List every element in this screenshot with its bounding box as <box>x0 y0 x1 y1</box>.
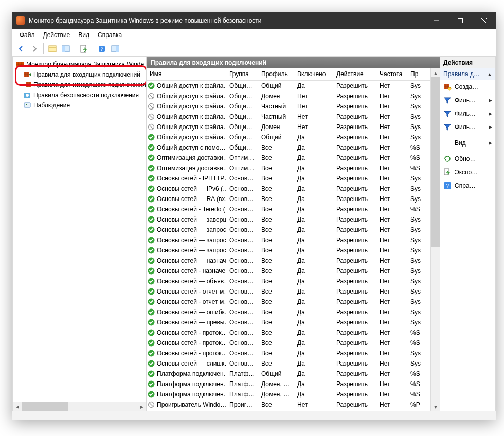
menu-action[interactable]: Действие <box>39 31 75 39</box>
nav-forward-button[interactable] <box>29 43 40 55</box>
rule-row[interactable]: Основы сетей — ошибк…Основы…ВсеДаРазреши… <box>147 307 430 317</box>
rule-enabled: Да <box>294 224 333 235</box>
rule-row[interactable]: Основы сетей — заверш…Основы…ВсеДаРазреш… <box>147 214 430 225</box>
rule-row[interactable]: Платформа подключен…Платфо…Домен, Ч…ДаРа… <box>147 389 430 399</box>
rule-profile: Все <box>258 337 294 349</box>
rule-row[interactable]: Основы сетей — запрос…Основы…ВсеДаРазреш… <box>147 245 430 256</box>
show-hide-action-pane-button[interactable] <box>110 43 121 55</box>
rule-row[interactable]: Общий доступ с помо…Общий …ВсеДаРазрешит… <box>147 142 430 153</box>
column-header-program[interactable]: Пр <box>407 68 425 80</box>
action-item[interactable]: ?Спра… <box>440 179 495 192</box>
nav-back-button[interactable] <box>15 43 27 55</box>
action-item[interactable]: Экспо… <box>440 166 495 179</box>
action-item[interactable]: Созда… <box>440 80 495 94</box>
rule-enabled: Да <box>294 337 333 349</box>
rule-row[interactable]: Основы сетей - назначе…Основы…ВсеДаРазре… <box>147 266 430 276</box>
scroll-thumb[interactable] <box>431 77 440 247</box>
help-button[interactable]: ? <box>96 43 107 55</box>
action-item[interactable]: Вид▶ <box>440 136 495 150</box>
action-item[interactable]: Филь…▶ <box>440 120 495 134</box>
actions-context-label: Правила д… <box>443 70 480 78</box>
rule-enabled-icon <box>148 298 155 305</box>
action-item[interactable]: Филь…▶ <box>440 107 495 120</box>
tree-item-connection-security[interactable]: Правила безопасности подключения <box>14 90 145 100</box>
rule-row[interactable]: Основы сетей - IPHTTP…Основы…ВсеДаРазреш… <box>147 173 430 184</box>
tree-root[interactable]: Монитор брандмачара Защитника Winde <box>14 59 145 69</box>
rule-row[interactable]: Основы сетей — превы…Основы…ВсеДаРазреши… <box>147 317 430 328</box>
rule-row[interactable]: Основы сетей - проток…Основы…ВсеДаРазреш… <box>147 338 430 348</box>
actions-context-title[interactable]: Правила д… ▲ <box>440 68 495 80</box>
column-header-enabled[interactable]: Включено <box>294 68 333 80</box>
rules-vertical-scrollbar[interactable]: ▴ ▾ <box>430 68 440 411</box>
rule-group: Платфо… <box>226 389 258 400</box>
rule-freq: Нет <box>376 245 407 256</box>
rule-row[interactable]: Основы сетей - отчет м…Основы…ВсеДаРазре… <box>147 297 430 307</box>
rule-row[interactable]: Общий доступ к файла…Общий …ОбщийДаРазре… <box>147 81 430 91</box>
action-item[interactable]: Филь…▶ <box>440 94 495 107</box>
tree-item-label: Правила для входящих подключений <box>33 71 140 78</box>
rule-row[interactable]: Общий доступ к файла…Общий …ЧастныйНетРа… <box>147 101 430 112</box>
rule-enabled-icon <box>148 319 155 326</box>
rule-action: Разрешить <box>333 142 376 153</box>
column-header-name[interactable]: Имя <box>147 68 226 80</box>
rule-row[interactable]: Общий доступ к файла…Общий …ОбщийДаРазре… <box>147 132 430 142</box>
rule-freq: Нет <box>376 327 407 338</box>
rule-enabled-icon <box>148 391 155 398</box>
rule-group: Общий … <box>226 90 258 102</box>
column-header-profile[interactable]: Профиль <box>258 68 294 80</box>
tree-item-inbound-rules[interactable]: Правила для входящих подключений <box>14 69 145 80</box>
minimize-button[interactable] <box>425 12 448 29</box>
rule-row[interactable]: Основы сетей — объяв…Основы…ВсеДаРазреши… <box>147 276 430 286</box>
connection-security-icon <box>23 91 31 99</box>
rule-row[interactable]: Оптимизация доставки…Оптими…ВсеДаРазреши… <box>147 163 430 173</box>
rule-row[interactable]: Основы сетей — запрос…Основы…ВсеДаРазреш… <box>147 235 430 245</box>
scroll-down-arrow[interactable]: ▾ <box>431 402 440 411</box>
rule-row[interactable]: Основы сетей — слишк…Основы…ВсеДаРазреши… <box>147 358 430 369</box>
scroll-thumb[interactable] <box>22 402 68 411</box>
column-header-group[interactable]: Группа <box>226 68 258 80</box>
rule-row[interactable]: Основы сетей — назнач…Основы…ВсеДаРазреш… <box>147 256 430 266</box>
rule-row[interactable]: Основы сетей — IPv6 (…Основы…ВсеДаРазреш… <box>147 184 430 194</box>
scroll-right-arrow[interactable]: ▸ <box>137 402 146 411</box>
menu-file[interactable]: Файл <box>15 31 39 39</box>
rule-group: Основы… <box>226 245 258 256</box>
column-header-freq[interactable]: Частота <box>376 68 407 80</box>
rule-row[interactable]: Основы сетей — запрос…Основы…ВсеДаРазреш… <box>147 225 430 235</box>
column-header-action[interactable]: Действие <box>333 68 376 80</box>
rule-row[interactable]: Проигрыватель Windo…Проигр…ВсеНетРазреши… <box>147 399 430 410</box>
export-list-button[interactable] <box>78 43 89 55</box>
tree-horizontal-scrollbar[interactable]: ◂ ▸ <box>13 402 146 411</box>
scroll-up-arrow[interactable]: ▴ <box>431 68 440 77</box>
rule-row[interactable]: Основы сетей - проток…Основы…ВсеДаРазреш… <box>147 328 430 338</box>
rule-row[interactable]: Основы сетей - проток…Основы…ВсеДаРазреш… <box>147 348 430 358</box>
console-tree[interactable]: Монитор брандмачара Защитника Winde Прав… <box>13 57 146 402</box>
scroll-track[interactable] <box>22 402 137 411</box>
show-hide-tree-button[interactable] <box>47 43 58 55</box>
properties-button[interactable] <box>60 43 71 55</box>
rule-profile: Все <box>258 152 294 164</box>
rule-row[interactable]: Основы сетей — RA (вх…Основы…ВсеДаРазреш… <box>147 194 430 204</box>
separator <box>440 135 495 135</box>
maximize-button[interactable] <box>448 12 472 29</box>
rule-enabled-icon <box>148 267 155 275</box>
action-item[interactable]: Обно… <box>440 152 495 166</box>
tree-item-outbound-rules[interactable]: Правила для исходящего подключения <box>14 80 145 90</box>
firewall-app-icon <box>16 16 25 25</box>
rule-group: Общий … <box>226 142 258 153</box>
menu-view[interactable]: Вид <box>74 31 94 39</box>
rule-row[interactable]: Общий доступ к файла…Общий …ЧастныйНетРа… <box>147 112 430 122</box>
rules-grid-body[interactable]: Общий доступ к файла…Общий …ОбщийДаРазре… <box>147 81 430 411</box>
rule-profile: Все <box>258 317 294 328</box>
rule-row[interactable]: Основы сетей - Teredo (…Основы…ВсеДаРазр… <box>147 204 430 214</box>
rule-row[interactable]: Общий доступ к файла…Общий …ДоменНетРазр… <box>147 122 430 132</box>
rule-row[interactable]: Платформа подключен…Платфо…ОбщийДаРазреш… <box>147 369 430 379</box>
rule-row[interactable]: Платформа подключен…Платфо…Домен, Ч…ДаРа… <box>147 379 430 389</box>
close-button[interactable] <box>472 12 496 29</box>
rule-row[interactable]: Основы сетей - отчет м…Основы…ВсеДаРазре… <box>147 286 430 297</box>
menu-help[interactable]: Справка <box>94 31 126 39</box>
tree-item-monitoring[interactable]: Наблюдение <box>14 100 145 111</box>
rule-row[interactable]: Общий доступ к файла…Общий …ДоменНетРазр… <box>147 91 430 101</box>
scroll-left-arrow[interactable]: ◂ <box>13 402 22 411</box>
scroll-track[interactable] <box>431 77 440 402</box>
rule-row[interactable]: Оптимизация доставки…Оптими…ВсеДаРазреши… <box>147 153 430 163</box>
